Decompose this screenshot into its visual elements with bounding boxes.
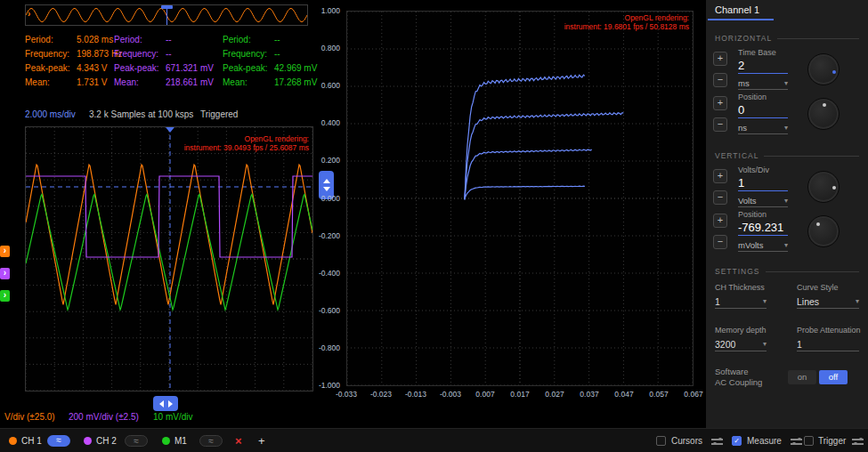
close-channel-button[interactable]: × bbox=[235, 434, 242, 448]
capture-preview-strip[interactable]: › bbox=[25, 4, 308, 26]
ch1-level-marker[interactable]: › bbox=[0, 246, 10, 257]
xy-y-axis: 1.0000.8000.6000.4000.2000.000-0.200-0.4… bbox=[313, 6, 342, 392]
trigger-position-marker-icon[interactable] bbox=[166, 127, 174, 133]
samples-readout: 3.2 k Samples at 100 ksps bbox=[89, 109, 193, 119]
xy-y-tick-label: 1.000 bbox=[321, 6, 340, 15]
vposition-decrement-button[interactable]: − bbox=[713, 235, 727, 249]
measurement-row: Frequency:198.873 Hz bbox=[25, 47, 122, 61]
section-horizontal: HORIZONTAL bbox=[715, 34, 859, 43]
ch1-color-dot bbox=[9, 437, 17, 445]
ch-thickness-select[interactable]: 1▾ bbox=[715, 295, 767, 309]
tab-m1[interactable]: M1 bbox=[174, 436, 187, 446]
tab-ch1[interactable]: CH 1 bbox=[21, 436, 42, 446]
hposition-decrement-button[interactable]: − bbox=[713, 117, 727, 132]
ch2-vdiv-label: 200 mV/div (±2.5) bbox=[69, 412, 139, 422]
measurement-row: Peak-peak:4.343 V bbox=[25, 61, 122, 76]
voltsdiv-value-input[interactable]: 1 bbox=[738, 176, 788, 191]
measurement-column: Period:5.028 msFrequency:198.873 HzPeak-… bbox=[25, 33, 122, 90]
xy-y-tick-label: 0.200 bbox=[321, 156, 340, 165]
voltsdiv-knob[interactable] bbox=[807, 171, 840, 203]
cursors-label[interactable]: Cursors bbox=[671, 436, 702, 446]
add-channel-button[interactable]: + bbox=[258, 434, 265, 448]
voltsdiv-decrement-button[interactable]: − bbox=[713, 190, 727, 205]
chevron-down-icon: ▾ bbox=[784, 123, 788, 133]
hposition-unit-select[interactable]: ns▾ bbox=[738, 123, 788, 134]
timebase-control: + − Time Base 2 ms▾ bbox=[711, 48, 864, 93]
chevron-down-icon: ▾ bbox=[784, 78, 788, 89]
section-settings: SETTINGS bbox=[715, 267, 859, 276]
xy-y-tick-label: -0.800 bbox=[319, 343, 340, 352]
xy-x-tick-label: -0.013 bbox=[405, 390, 426, 399]
vposition-unit-select[interactable]: mVolts▾ bbox=[738, 240, 788, 252]
hposition-increment-button[interactable]: + bbox=[713, 96, 727, 110]
xy-y-tick-label: 0.400 bbox=[321, 118, 340, 127]
voltsdiv-unit-select[interactable]: Volts▾ bbox=[738, 196, 788, 207]
measurements-panel: Period:5.028 msFrequency:198.873 HzPeak-… bbox=[25, 33, 323, 92]
knob-indicator-icon bbox=[816, 222, 820, 226]
trigger-menu-icon[interactable] bbox=[852, 437, 864, 446]
xy-y-tick-label: -0.200 bbox=[319, 231, 340, 240]
knob-indicator-icon bbox=[823, 103, 826, 107]
status-line: 2.000 ms/div 3.2 k Samples at 100 ksps T… bbox=[25, 109, 328, 122]
timebase-knob[interactable] bbox=[807, 53, 840, 85]
ch2-menu-toggle[interactable]: ≈ bbox=[125, 435, 148, 447]
measurement-row: Period:5.028 ms bbox=[25, 33, 122, 47]
xy-y-tick-label: -0.600 bbox=[319, 306, 340, 315]
ac-coupling-off-button[interactable]: off bbox=[819, 370, 848, 384]
memory-depth-select[interactable]: 3200▾ bbox=[715, 338, 767, 351]
timebase-decrement-button[interactable]: − bbox=[713, 73, 727, 87]
tab-ch2[interactable]: CH 2 bbox=[96, 436, 117, 446]
panel-active-indicator bbox=[708, 19, 774, 20]
trigger-checkbox[interactable] bbox=[804, 436, 814, 446]
chevron-down-icon: ▾ bbox=[784, 240, 788, 251]
horizontal-scroll-button[interactable] bbox=[153, 396, 178, 411]
timebase-increment-button[interactable]: + bbox=[713, 52, 727, 66]
chevron-down-icon: ▾ bbox=[856, 295, 859, 308]
ch1-menu-toggle[interactable]: ≈ bbox=[47, 435, 70, 447]
timebase-unit-select[interactable]: ms▾ bbox=[738, 78, 788, 90]
xy-x-tick-label: 0.067 bbox=[684, 390, 702, 399]
curve-style-select[interactable]: Lines▾ bbox=[797, 295, 859, 309]
bottom-bar: CH 1 ≈ CH 2 ≈ M1 ≈ × + Cursors ✓ Measure… bbox=[0, 428, 868, 452]
cursors-menu-icon[interactable] bbox=[711, 437, 723, 446]
ac-coupling-label: Software AC Coupling bbox=[715, 367, 762, 388]
timebase-readout: 2.000 ms/div bbox=[25, 109, 76, 119]
vposition-knob[interactable] bbox=[807, 215, 840, 247]
vposition-value-input[interactable]: -769.231 bbox=[738, 221, 788, 236]
timebase-value-input[interactable]: 2 bbox=[738, 59, 788, 74]
m1-level-marker[interactable]: › bbox=[0, 290, 10, 302]
voltsdiv-increment-button[interactable]: + bbox=[713, 169, 727, 183]
xy-x-tick-label: -0.023 bbox=[370, 390, 392, 399]
xy-x-tick-label: -0.003 bbox=[440, 390, 461, 399]
m1-menu-toggle[interactable]: ≈ bbox=[199, 435, 223, 447]
xy-x-tick-label: 0.047 bbox=[614, 390, 633, 399]
probe-attenuation-input[interactable]: 1 bbox=[797, 338, 859, 351]
ac-coupling-on-button[interactable]: on bbox=[788, 370, 816, 384]
m1-vdiv-label: 10 mV/div bbox=[153, 412, 192, 422]
xy-x-tick-label: -0.033 bbox=[336, 390, 357, 399]
ch1-preview-marker-icon: › bbox=[28, 9, 30, 19]
m1-color-dot bbox=[162, 437, 170, 445]
trigger-label[interactable]: Trigger bbox=[818, 436, 846, 446]
measure-label[interactable]: Measure bbox=[747, 436, 782, 446]
xy-plot[interactable]: OpenGL rendering: instrument: 19.6801 fp… bbox=[346, 11, 694, 386]
vposition-increment-button[interactable]: + bbox=[713, 214, 727, 228]
hposition-label: Position bbox=[738, 93, 767, 101]
measurement-row: Peak-peak:671.321 mV bbox=[114, 61, 214, 76]
hposition-knob[interactable] bbox=[807, 98, 840, 130]
ch2-level-marker[interactable]: › bbox=[0, 268, 10, 279]
measure-menu-icon[interactable] bbox=[791, 437, 802, 446]
xy-trace bbox=[465, 186, 585, 198]
xy-x-tick-label: 0.027 bbox=[545, 390, 564, 399]
chevron-down-icon: ▾ bbox=[784, 196, 788, 206]
measurement-row: Period:-- bbox=[114, 33, 214, 47]
voltsdiv-control: + − Volts/Div 1 Volts▾ bbox=[711, 165, 864, 210]
arrow-left-icon bbox=[159, 400, 164, 408]
preview-trigger-handle[interactable] bbox=[161, 5, 173, 9]
cursors-checkbox[interactable] bbox=[656, 436, 666, 446]
scope-plot[interactable]: OpenGL rendering: instrument: 39.0493 fp… bbox=[25, 126, 313, 391]
xy-x-axis: -0.033-0.023-0.013-0.0030.0070.0170.0270… bbox=[346, 390, 694, 400]
measure-checkbox[interactable]: ✓ bbox=[732, 436, 742, 446]
hposition-value-input[interactable]: 0 bbox=[738, 103, 788, 118]
xy-canvas bbox=[347, 12, 693, 385]
